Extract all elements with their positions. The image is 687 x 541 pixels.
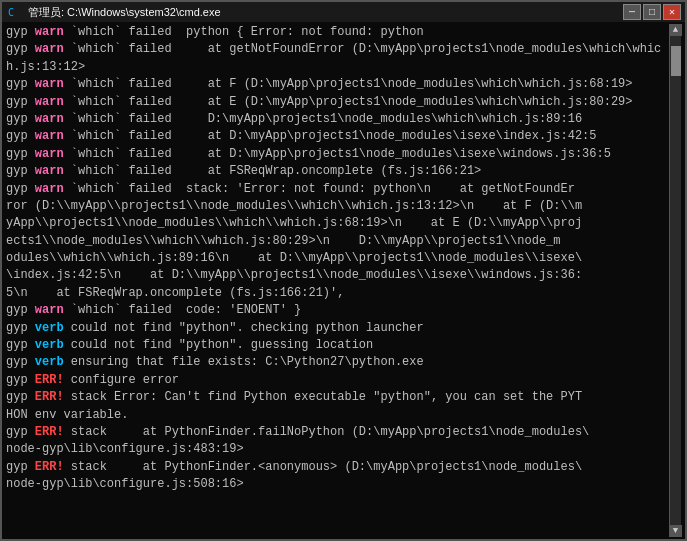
console-line: node-gyp\lib\configure.js:483:19> — [6, 441, 669, 458]
console-line: gyp warn `which` failed at FSReqWrap.onc… — [6, 163, 669, 180]
title-bar: C 管理员: C:\Windows\system32\cmd.exe ─ □ ✕ — [0, 0, 687, 22]
scroll-down-arrow[interactable]: ▼ — [670, 525, 682, 537]
console-line: ects1\\node_modules\\which\\which.js:80:… — [6, 233, 669, 250]
console-line: gyp warn `which` failed at F (D:\myApp\p… — [6, 76, 669, 93]
console-line: gyp verb could not find "python". guessi… — [6, 337, 669, 354]
console-line: \index.js:42:5\n at D:\\myApp\\projects1… — [6, 267, 669, 284]
console-line: gyp ERR! stack Error: Can't find Python … — [6, 389, 669, 406]
console-line: gyp verb ensuring that file exists: C:\P… — [6, 354, 669, 371]
maximize-button[interactable]: □ — [643, 4, 661, 20]
scrollbar-thumb[interactable] — [671, 46, 681, 76]
console-line: yApp\\projects1\\node_modules\\which\\wh… — [6, 215, 669, 232]
console-line: HON env variable. — [6, 407, 669, 424]
scroll-up-arrow[interactable]: ▲ — [670, 24, 682, 36]
svg-text:C: C — [8, 7, 14, 18]
console-line: gyp warn `which` failed code: 'ENOENT' } — [6, 302, 669, 319]
console-line: gyp warn `which` failed stack: 'Error: n… — [6, 181, 669, 198]
console-line: gyp verb could not find "python". checki… — [6, 320, 669, 337]
scrollbar[interactable]: ▲ ▼ — [669, 24, 681, 537]
console-line: gyp ERR! stack at PythonFinder.<anonymou… — [6, 459, 669, 476]
console-line: node-gyp\lib\configure.js:508:16> — [6, 476, 669, 493]
console-line: 5\n at FSReqWrap.oncomplete (fs.js:166:2… — [6, 285, 669, 302]
console-line: gyp warn `which` failed at E (D:\myApp\p… — [6, 94, 669, 111]
console-line: gyp ERR! configure error — [6, 372, 669, 389]
scrollbar-track[interactable] — [670, 36, 681, 525]
title-bar-buttons: ─ □ ✕ — [623, 4, 681, 20]
window-title: 管理员: C:\Windows\system32\cmd.exe — [28, 5, 221, 20]
console-line: gyp ERR! stack at PythonFinder.failNoPyt… — [6, 424, 669, 441]
title-bar-left: C 管理员: C:\Windows\system32\cmd.exe — [6, 4, 221, 20]
console-body: gyp warn `which` failed python { Error: … — [0, 22, 687, 541]
minimize-button[interactable]: ─ — [623, 4, 641, 20]
console-content: gyp warn `which` failed python { Error: … — [6, 24, 669, 537]
console-line: gyp warn `which` failed D:\myApp\project… — [6, 111, 669, 128]
console-line: odules\\which\\which.js:89:16\n at D:\\m… — [6, 250, 669, 267]
console-line: gyp warn `which` failed python { Error: … — [6, 24, 669, 41]
console-line: gyp warn `which` failed at D:\myApp\proj… — [6, 128, 669, 145]
cmd-icon: C — [6, 4, 22, 20]
console-line: gyp warn `which` failed at D:\myApp\proj… — [6, 146, 669, 163]
close-button[interactable]: ✕ — [663, 4, 681, 20]
console-line: gyp warn `which` failed at getNotFoundEr… — [6, 41, 669, 76]
console-line: ror (D:\\myApp\\projects1\\node_modules\… — [6, 198, 669, 215]
window: C 管理员: C:\Windows\system32\cmd.exe ─ □ ✕… — [0, 0, 687, 541]
